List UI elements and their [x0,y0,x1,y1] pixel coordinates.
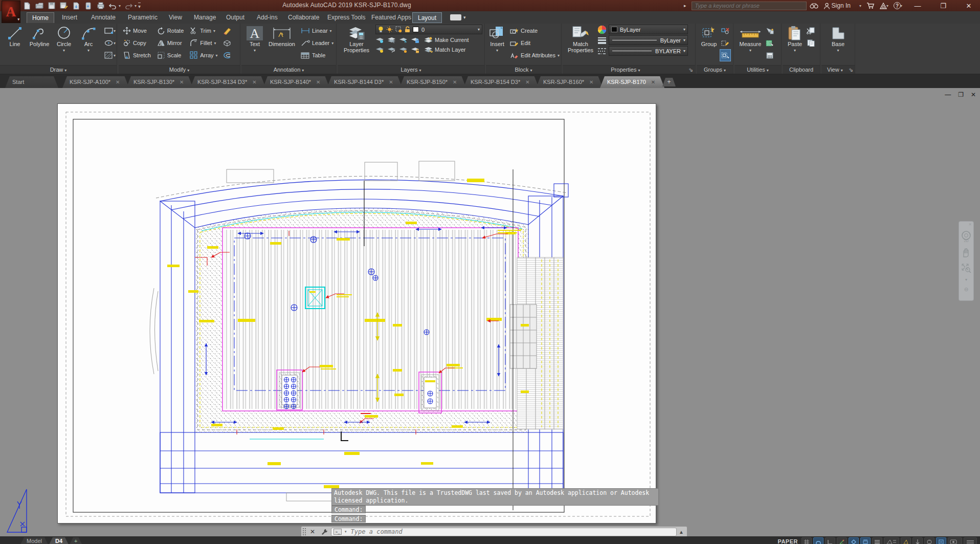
edit-attributes-button[interactable]: Edit Attributes▾ [508,49,561,61]
polar-toggle[interactable] [837,537,847,544]
pan-hand-icon[interactable] [961,248,972,258]
close-tab-icon[interactable]: ✕ [316,79,320,85]
close-tab-icon[interactable]: ✕ [453,79,457,85]
search-arrow-icon[interactable]: ▸ [684,3,686,8]
tab-manage[interactable]: Manage [189,12,221,23]
mirror-button[interactable]: Mirror [155,37,185,49]
tab-featured-apps[interactable]: Featured Apps [366,12,416,23]
dock-close-icon[interactable]: ✕ [307,528,318,535]
offset-button[interactable] [221,49,233,61]
doc-restore-icon[interactable]: ❐ [958,91,964,98]
new-layout-button[interactable]: + [70,537,82,544]
paper-space-toggle[interactable]: PAPER [777,537,798,544]
navbar-more-icon[interactable]: ▾ [965,277,967,282]
group-edit-button[interactable] [720,37,731,49]
file-tab[interactable]: KSR-SJP-B160*✕ [536,76,603,88]
tab-insert[interactable]: Insert [57,12,82,23]
rectangle-tool-button[interactable]: ▾ [103,25,117,37]
stretch-button[interactable]: Stretch [121,49,152,61]
hatch-tool-button[interactable]: ▾ [103,49,117,61]
scale-button[interactable]: Scale [155,49,185,61]
zoom-extents-icon[interactable] [961,263,972,273]
arc-button[interactable]: Arc▾ [77,25,100,54]
navbar-menu-icon[interactable]: ⊖ [964,287,968,292]
grid-toggle[interactable] [801,537,812,544]
close-button[interactable]: ✕ [959,2,979,10]
explode-button[interactable] [221,37,233,49]
close-tab-icon[interactable]: ✕ [116,79,120,85]
model-tab[interactable]: Model [20,537,48,544]
linear-dimension-button[interactable]: Linear▾ [299,25,335,37]
autoscale-toggle[interactable] [912,537,923,544]
doc-close-icon[interactable]: ✕ [971,91,976,98]
file-tab[interactable]: KSR-SJP-B150*✕ [399,76,466,88]
tab-collaborate[interactable]: Collaborate [283,12,324,23]
ortho-toggle[interactable] [825,537,835,544]
panel-label-modify[interactable]: Modify ▾ [119,65,240,74]
search-binoculars-icon[interactable] [810,3,818,9]
leader-button[interactable]: Leader▾ [299,37,335,49]
close-tab-icon[interactable]: ✕ [389,79,393,85]
close-tab-icon[interactable]: ✕ [525,79,529,85]
annotation-scale-control[interactable] [884,537,899,544]
navigation-bar[interactable]: ✕ 2D ▾ ⊖ [959,221,974,301]
customize-status-bar[interactable] [964,537,977,544]
restore-button[interactable]: ❐ [933,2,953,10]
application-menu-button[interactable]: A▾ [2,1,20,23]
match-properties-button[interactable]: Match Properties [565,25,596,53]
group-button[interactable]: Group [698,25,720,47]
paste-button[interactable]: Paste▾ [784,25,806,54]
file-tab[interactable]: KSR-SJP-B140*✕ [263,76,329,88]
panel-label-clipboard[interactable]: Clipboard [783,65,820,74]
command-input[interactable] [350,528,675,536]
tab-view[interactable]: View [164,12,187,23]
command-line-dock[interactable]: ✕ >_ ▾ ▲ [301,526,687,536]
workspace-switch[interactable] [924,537,934,544]
tab-output[interactable]: Output [221,12,250,23]
quick-calc-button[interactable] [765,49,775,61]
text-button[interactable]: A Text▾ [243,25,266,54]
close-tab-icon[interactable]: ✕ [651,79,655,85]
otrack-toggle[interactable] [860,537,871,544]
dock-tools-wrench-icon[interactable] [318,529,331,535]
tab-express-tools[interactable]: Express Tools [322,12,370,23]
erase-button[interactable] [221,25,233,37]
new-drawing-tab-button[interactable]: + [662,78,676,86]
command-history-expand-icon[interactable]: ▲ [679,529,687,535]
tab-add-ins[interactable]: Add-ins [252,12,283,23]
color-dropdown[interactable]: ByLayer▾ [609,25,688,34]
app-store-icon[interactable]: ▾ [880,3,888,9]
ungroup-button[interactable] [720,25,731,37]
group-selection-toggle[interactable] [720,49,731,61]
panel-label-layers[interactable]: Layers ▾ [338,65,484,74]
panel-label-block[interactable]: Block ▾ [486,65,561,74]
trim-button[interactable]: Trim▾ [188,25,219,37]
copy-button[interactable]: Copy [121,37,152,49]
ribbon-minimize-control[interactable]: ▾ [450,14,466,20]
file-tab[interactable]: KSR-SJP-B144 D3*✕ [327,76,403,88]
layout-tab-d4[interactable]: D4 [49,537,69,544]
file-tab[interactable]: KSR-SJP-A100*✕ [62,76,129,88]
tab-annotate[interactable]: Annotate [86,12,121,23]
panel-label-draw[interactable]: Draw ▾ [0,65,117,74]
file-tab-active[interactable]: KSR-SJP-B170✕ [600,76,664,88]
base-button[interactable]: Base▾ [826,25,851,54]
lineweight-toggle[interactable] [872,537,882,544]
navbar-close-icon[interactable]: ✕ [968,223,972,226]
help-icon[interactable]: ? ▾ [894,2,902,9]
recent-commands-icon[interactable]: ▾ [345,530,347,534]
annotation-visibility-toggle[interactable] [901,537,911,544]
layer-properties-button[interactable]: Layer Properties [340,25,373,53]
panel-label-properties[interactable]: Properties ▾⇘ [563,65,695,74]
isolate-objects-control[interactable] [948,537,962,544]
panel-label-annotation[interactable]: Annotation ▾ [241,65,336,74]
search-input[interactable] [692,2,807,10]
snap-toggle[interactable] [813,537,823,544]
measure-button[interactable]: Measure▾ [736,25,765,54]
cart-icon[interactable] [866,2,875,9]
sign-in-button[interactable]: Sign In ▾ [823,2,861,9]
dimension-button[interactable]: Dimension [266,25,298,47]
quick-properties-toggle[interactable] [936,537,946,544]
table-button[interactable]: Table [299,49,335,61]
command-prompt-icon[interactable]: >_ [333,529,342,535]
